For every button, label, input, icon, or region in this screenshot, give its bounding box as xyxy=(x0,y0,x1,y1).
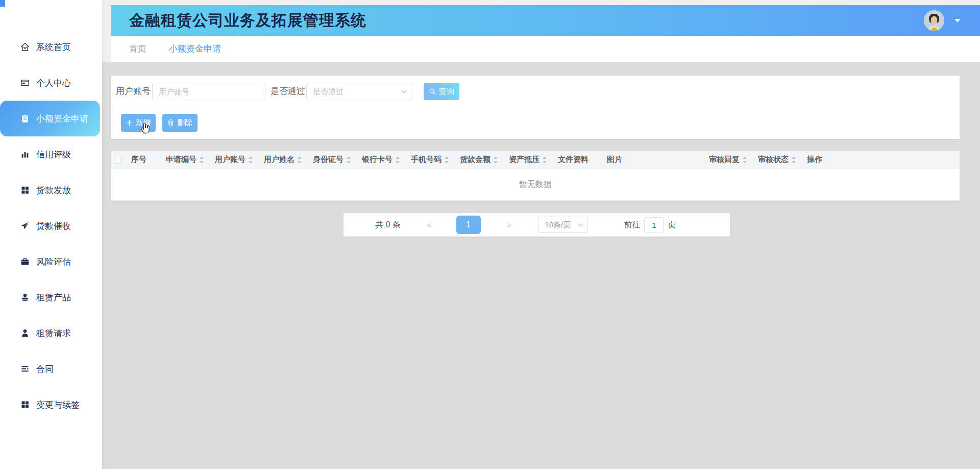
pass-select[interactable]: 是否通过 xyxy=(306,83,412,100)
breadcrumb: 首页 小额资金申请 xyxy=(111,36,980,62)
sidebar-item-system-home[interactable]: 系统首页 xyxy=(0,29,102,65)
sidebar-item-label: 合同 xyxy=(36,363,54,375)
screen: 系统首页 个人中心 小额资金申请 信用评级 货款发放 xyxy=(0,0,980,469)
sidebar-item-label: 贷款催收 xyxy=(36,220,71,232)
sidebar-item-micro-fund-application[interactable]: 小额资金申请 xyxy=(0,101,100,136)
goto-unit: 页 xyxy=(668,220,676,230)
goto-label: 前往 xyxy=(624,220,640,230)
column-header-sortable[interactable]: 审核状态 xyxy=(753,151,802,169)
chevron-down-icon xyxy=(401,89,407,93)
column-header: 操作 xyxy=(802,151,960,169)
tab-home[interactable]: 首页 xyxy=(129,43,146,55)
sidebar-item-label: 风险评估 xyxy=(36,256,71,268)
add-button[interactable]: 新增 xyxy=(121,114,156,132)
sidebar-item-risk-assessment[interactable]: 风险评估 xyxy=(0,244,102,279)
sort-icon xyxy=(542,156,547,163)
column-header-sortable[interactable]: 申请编号 xyxy=(161,151,210,169)
id-card-icon xyxy=(20,78,30,87)
delete-button[interactable]: 删除 xyxy=(162,114,198,132)
sidebar-item-label: 个人中心 xyxy=(36,77,71,89)
select-all-checkbox[interactable] xyxy=(115,157,122,164)
sort-icon xyxy=(493,156,498,163)
column-header-sortable[interactable]: 用户姓名 xyxy=(259,151,308,169)
column-header-sortable[interactable]: 银行卡号 xyxy=(357,151,406,169)
data-table: 序号 申请编号 用户账号 用户姓名 身份证号 银行卡号 手机号码 货款金额 资产… xyxy=(111,151,960,201)
sidebar-item-leasing-requests[interactable]: 租赁请求 xyxy=(0,315,102,351)
pass-select-placeholder: 是否通过 xyxy=(313,83,344,100)
column-header-sortable[interactable]: 用户账号 xyxy=(210,151,259,169)
sidebar-item-label: 租赁产品 xyxy=(36,292,71,303)
sidebar-item-label: 信用评级 xyxy=(36,149,71,160)
stamp-icon xyxy=(20,293,30,302)
column-header-sortable[interactable]: 手机号码 xyxy=(406,151,455,169)
sidebar-item-contracts[interactable]: 合同 xyxy=(0,351,102,387)
sidebar-item-leasing-products[interactable]: 租赁产品 xyxy=(0,279,102,315)
bar-chart-icon xyxy=(20,150,30,159)
clipboard-icon xyxy=(20,114,30,123)
sort-icon xyxy=(297,156,302,163)
column-header: 文件资料 xyxy=(553,151,602,169)
next-page-button[interactable]: > xyxy=(507,221,512,229)
goto-page-input[interactable] xyxy=(644,217,664,232)
sidebar-item-credit-rating[interactable]: 信用评级 xyxy=(0,136,102,172)
grid-icon xyxy=(20,185,30,195)
avatar-image xyxy=(924,10,944,31)
grid-icon xyxy=(20,400,30,409)
sidebar-item-loan-collection[interactable]: 贷款催收 xyxy=(0,208,102,244)
column-header: 序号 xyxy=(126,151,161,169)
avatar[interactable] xyxy=(924,10,944,31)
page-size-value: 10条/页 xyxy=(545,217,571,232)
sidebar-item-label: 货款发放 xyxy=(36,184,71,196)
page-size-select[interactable]: 10条/页 xyxy=(538,217,588,233)
briefcase-icon xyxy=(20,257,30,266)
column-header-sortable[interactable]: 身份证号 xyxy=(308,151,357,169)
sidebar-item-personal-center[interactable]: 个人中心 xyxy=(0,65,102,101)
column-header-sortable[interactable]: 审核回复 xyxy=(704,151,753,169)
search-icon xyxy=(429,88,436,95)
sort-icon xyxy=(791,156,796,163)
sort-icon xyxy=(395,156,400,163)
page-title: 金融租赁公司业务及拓展管理系统 xyxy=(129,10,366,31)
home-icon xyxy=(20,42,30,52)
pass-label: 是否通过 xyxy=(271,83,305,100)
sort-icon xyxy=(742,156,747,163)
column-header-sortable[interactable]: 资产抵压 xyxy=(504,151,553,169)
pagination: 共 0 条 < 1 > 10条/页 前往 页 xyxy=(344,213,730,237)
sort-icon xyxy=(444,156,449,163)
sidebar-item-change-renewal[interactable]: 变更与续签 xyxy=(0,387,102,423)
empty-row: 暂无数据 xyxy=(111,169,960,200)
sidebar: 系统首页 个人中心 小额资金申请 信用评级 货款发放 xyxy=(0,0,102,469)
column-header-sortable[interactable]: 货款金额 xyxy=(455,151,504,169)
account-label: 用户账号 xyxy=(116,83,151,100)
account-input[interactable] xyxy=(152,83,265,100)
app-header: 金融租赁公司业务及拓展管理系统 xyxy=(111,5,980,36)
sidebar-item-label: 小额资金申请 xyxy=(36,113,88,125)
table-header-row: 序号 申请编号 用户账号 用户姓名 身份证号 银行卡号 手机号码 货款金额 资产… xyxy=(111,151,960,169)
user-icon xyxy=(20,329,30,338)
empty-state-text: 暂无数据 xyxy=(111,169,960,200)
sidebar-item-label: 租赁请求 xyxy=(36,327,71,339)
corner-accent xyxy=(0,0,5,7)
sidebar-item-label: 系统首页 xyxy=(36,41,71,53)
chevron-down-icon xyxy=(578,223,583,227)
current-page-button[interactable]: 1 xyxy=(456,216,481,234)
sort-icon xyxy=(199,156,204,163)
query-button[interactable]: 查询 xyxy=(424,83,459,100)
column-header: 图片 xyxy=(602,151,704,169)
pagination-total: 共 0 条 xyxy=(375,220,401,230)
search-panel: 用户账号 是否通过 是否通过 查询 新增 删除 xyxy=(111,76,960,139)
sidebar-item-loan-disbursement[interactable]: 货款发放 xyxy=(0,172,102,208)
prev-page-button[interactable]: < xyxy=(427,221,432,229)
plus-icon xyxy=(126,120,133,126)
send-icon xyxy=(20,221,30,230)
contract-icon xyxy=(20,364,30,373)
trash-icon xyxy=(167,119,174,127)
sidebar-item-label: 变更与续签 xyxy=(36,399,80,411)
tab-micro-fund-application[interactable]: 小额资金申请 xyxy=(169,43,221,55)
sort-icon xyxy=(248,156,253,163)
chevron-down-icon[interactable] xyxy=(954,19,961,22)
sort-icon xyxy=(346,156,351,163)
